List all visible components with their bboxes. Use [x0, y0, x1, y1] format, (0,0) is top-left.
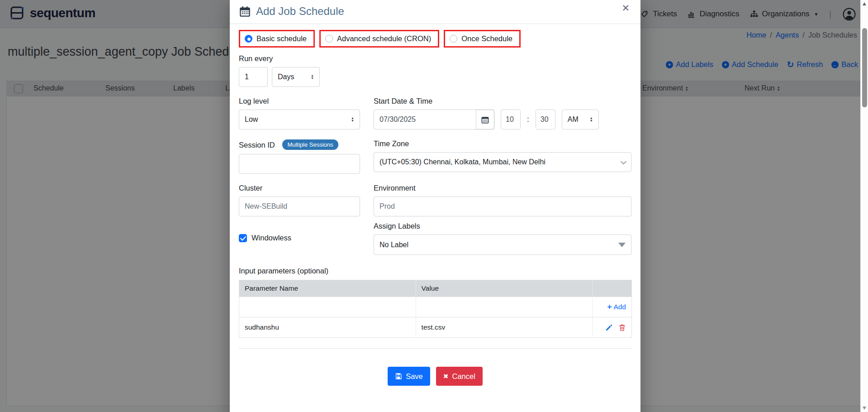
delete-parameter-button[interactable]	[618, 324, 626, 331]
log-level-label: Log level	[239, 97, 360, 105]
param-value-cell: test.csv	[416, 317, 593, 338]
scrollbar-thumb[interactable]	[862, 28, 867, 107]
param-actions-header	[593, 280, 632, 297]
select-caret-icon: ▲▼	[590, 117, 593, 122]
plus-icon: +	[607, 302, 612, 311]
session-id-input[interactable]	[239, 154, 360, 174]
add-job-schedule-modal: Add Job Schedule ✕ Basic schedule Advanc…	[230, 0, 640, 412]
calendar-icon	[481, 115, 489, 124]
trash-icon	[618, 324, 626, 331]
start-minute-input[interactable]	[536, 110, 555, 129]
scroll-down-arrow-icon[interactable]	[863, 407, 866, 410]
scroll-up-arrow-icon[interactable]	[863, 2, 866, 5]
calendar-icon	[239, 5, 251, 18]
advanced-schedule-option[interactable]: Advanced schedule (CRON)	[319, 30, 439, 48]
meridiem-select[interactable]: AM ▲▼	[562, 110, 599, 129]
select-caret-icon: ▲▼	[351, 117, 354, 122]
modal-header: Add Job Schedule ✕	[230, 0, 640, 24]
param-entry-row: + Add	[239, 297, 632, 317]
timezone-value: (UTC+05:30) Chennai, Kolkata, Mumbai, Ne…	[379, 158, 545, 166]
cancel-button[interactable]: ✖ Cancel	[436, 367, 483, 386]
start-date-input[interactable]	[374, 110, 476, 129]
start-datetime-label: Start Date & Time	[374, 97, 631, 105]
assign-labels-value: No Label	[379, 241, 408, 249]
log-level-select[interactable]: Low ▲▼	[239, 110, 360, 129]
timezone-label: Time Zone	[374, 139, 631, 148]
date-input-group	[374, 110, 494, 129]
multiple-sessions-badge: Multiple Sessions	[282, 139, 338, 150]
run-every-row: Days ▲▼	[239, 67, 631, 87]
radio-label: Once Schedule	[461, 34, 512, 43]
select-caret-icon: ▲▼	[311, 74, 314, 80]
windowless-label: Windowless	[251, 234, 291, 242]
cluster-label: Cluster	[239, 184, 360, 192]
dropdown-triangle-icon	[618, 243, 626, 247]
timezone-select[interactable]: (UTC+05:30) Chennai, Kolkata, Mumbai, Ne…	[374, 152, 631, 172]
run-every-label: Run every	[239, 54, 631, 63]
assign-labels-label: Assign Labels	[374, 222, 631, 230]
param-row: sudhanshu test.csv	[239, 317, 632, 338]
session-id-label: Session ID Multiple Sessions	[239, 139, 360, 150]
param-name-header: Parameter Name	[239, 280, 416, 297]
add-parameter-label: Add	[613, 303, 626, 311]
input-parameters-label: Input parameters (optional)	[239, 267, 631, 275]
param-name-cell: sudhanshu	[239, 317, 416, 338]
radio-basic-schedule[interactable]	[245, 35, 252, 43]
input-parameters-table: Parameter Name Value + Add	[239, 280, 632, 338]
x-icon: ✖	[443, 373, 449, 380]
run-every-unit-select[interactable]: Days ▲▼	[272, 67, 320, 87]
date-picker-button[interactable]	[476, 110, 494, 129]
radio-once-schedule[interactable]	[450, 35, 457, 43]
schedule-type-group: Basic schedule Advanced schedule (CRON) …	[239, 30, 631, 48]
floppy-disk-icon	[395, 373, 402, 380]
save-label: Save	[406, 372, 423, 381]
vertical-scrollbar[interactable]	[860, 0, 868, 412]
cluster-input[interactable]	[239, 196, 360, 216]
environment-input[interactable]	[374, 196, 631, 216]
basic-schedule-option[interactable]: Basic schedule	[239, 30, 315, 48]
params-header-row: Parameter Name Value	[239, 280, 632, 297]
run-every-unit-value: Days	[278, 73, 294, 81]
screen: sequentum Tickets Diagnostics	[0, 0, 868, 412]
pencil-icon	[605, 324, 613, 331]
run-every-input[interactable]	[239, 67, 268, 87]
environment-label: Environment	[374, 184, 631, 192]
param-name-entry-cell[interactable]	[239, 297, 416, 317]
edit-parameter-button[interactable]	[605, 324, 613, 331]
time-colon: :	[527, 115, 529, 124]
close-icon[interactable]: ✕	[621, 3, 630, 14]
modal-body: Basic schedule Advanced schedule (CRON) …	[230, 24, 640, 399]
start-hour-input[interactable]	[501, 110, 521, 129]
param-value-header: Value	[416, 280, 593, 297]
cancel-label: Cancel	[452, 372, 475, 381]
log-level-value: Low	[245, 115, 258, 124]
radio-advanced-schedule[interactable]	[325, 35, 333, 43]
radio-label: Basic schedule	[256, 34, 307, 43]
meridiem-value: AM	[568, 115, 579, 124]
session-id-text: Session ID	[239, 141, 275, 149]
param-value-entry-cell[interactable]	[416, 297, 593, 317]
windowless-row: Windowless	[239, 234, 360, 242]
chevron-down-icon	[621, 158, 626, 164]
radio-label: Advanced schedule (CRON)	[337, 34, 431, 43]
modal-title: Add Job Schedule	[256, 5, 344, 18]
save-button[interactable]: Save	[388, 367, 430, 386]
modal-footer: Save ✖ Cancel	[239, 349, 631, 399]
assign-labels-dropdown[interactable]: No Label	[374, 235, 631, 255]
add-parameter-button[interactable]: + Add	[598, 302, 626, 311]
once-schedule-option[interactable]: Once Schedule	[444, 30, 521, 48]
windowless-checkbox[interactable]	[239, 234, 247, 242]
